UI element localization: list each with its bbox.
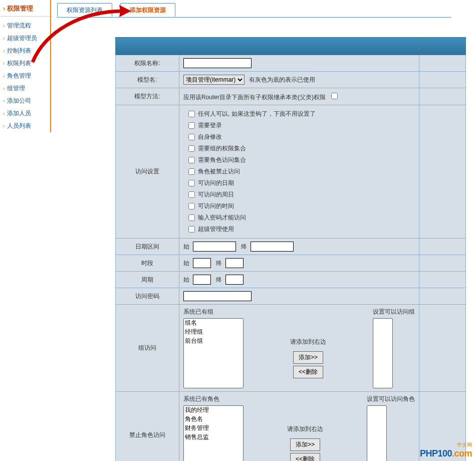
chevron-right-icon: › xyxy=(3,35,5,41)
access-option-label: 超级管理使用 xyxy=(198,225,234,233)
row-model-method: 模型方法: 应用该Router目录下面所有子权限继承本类(父类)权限 xyxy=(116,88,466,105)
sidebar-item-permission-list[interactable]: ›权限列表 xyxy=(3,57,50,70)
access-option: 需要登录 xyxy=(186,120,415,131)
tab-resource-list[interactable]: 权限资源列表 xyxy=(57,3,112,17)
group-add-button[interactable]: 添加>> xyxy=(293,351,323,364)
label-time-range: 时段 xyxy=(141,260,153,267)
sidebar-link[interactable]: 超级管理员 xyxy=(7,35,37,42)
sidebar-item-superadmin[interactable]: ›超级管理员 xyxy=(3,32,50,45)
row-access-password: 访问密码 xyxy=(116,288,466,305)
access-option-checkbox[interactable] xyxy=(188,214,195,221)
list-option[interactable]: 财务管理 xyxy=(184,424,243,433)
model-name-select[interactable]: 项目管理(itemmar) xyxy=(183,75,245,85)
time-end-label: 终 xyxy=(216,260,222,267)
model-method-text: 应用该Router目录下面所有子权限继承本类(父类)权限 xyxy=(183,94,326,101)
access-option-label: 输入密码才能访问 xyxy=(198,214,246,221)
access-option: 任何人可以, 如果这里钩了，下面不用设置了 xyxy=(186,108,415,120)
role-available-listbox[interactable]: 我的经理角色名财务管理销售总监 xyxy=(183,405,244,461)
sidebar-item-group-manage[interactable]: ›组管理 xyxy=(3,82,50,95)
access-option-checkbox[interactable] xyxy=(188,157,195,163)
list-option[interactable]: 角色名 xyxy=(184,415,243,424)
permission-name-input[interactable] xyxy=(183,58,252,68)
sidebar-item-role-manage[interactable]: ›角色管理 xyxy=(3,70,50,82)
role-add-button[interactable]: 添加>> xyxy=(290,438,320,451)
form-header-row xyxy=(116,38,466,55)
label-cycle: 周期 xyxy=(141,276,153,283)
cycle-end-input[interactable] xyxy=(225,275,244,285)
sidebar-item-add-person[interactable]: ›添加人员 xyxy=(3,107,50,120)
access-option: 自身修改 xyxy=(186,131,415,143)
label-date-range: 日期区间 xyxy=(135,243,159,250)
group-remove-button[interactable]: <<删除 xyxy=(293,366,323,378)
date-start-input[interactable] xyxy=(193,242,236,252)
sidebar-item-person-list[interactable]: ›人员列表 xyxy=(3,120,50,132)
access-option-checkbox[interactable] xyxy=(188,191,195,198)
sidebar-item-process[interactable]: ›管理流程 xyxy=(3,20,50,32)
access-option: 可访问的周日 xyxy=(186,189,415,200)
list-option[interactable]: 组名 xyxy=(184,319,243,328)
chevron-right-icon: › xyxy=(3,23,5,29)
access-option-checkbox[interactable] xyxy=(188,226,195,233)
access-option-label: 角色被禁止访问 xyxy=(198,168,240,175)
label-model-method: 模型方法: xyxy=(134,93,160,100)
access-option-label: 需要组的权限集合 xyxy=(198,145,246,152)
access-option-checkbox[interactable] xyxy=(188,180,195,186)
role-remove-button[interactable]: <<删除 xyxy=(290,453,320,461)
logo-main: PHP100 xyxy=(420,448,452,458)
sidebar-link[interactable]: 管理流程 xyxy=(7,22,31,29)
row-access-settings: 访问设置 任何人可以, 如果这里钩了，下面不用设置了需要登录自身修改需要组的权限… xyxy=(116,105,466,239)
label-access-settings: 访问设置 xyxy=(135,168,159,175)
role-selected-listbox[interactable] xyxy=(367,405,387,461)
sidebar-link[interactable]: 添加公司 xyxy=(7,97,31,104)
access-password-input[interactable] xyxy=(183,291,252,301)
cycle-start-label: 始 xyxy=(183,276,189,283)
tab-bar: 权限资源列表 添加权限资源 xyxy=(57,3,451,18)
time-end-input[interactable] xyxy=(225,258,244,268)
label-role-block: 禁止角色访问 xyxy=(129,431,165,438)
list-option[interactable]: 前台组 xyxy=(184,337,243,346)
group-available-listbox[interactable]: 组名经理组前台组 xyxy=(183,318,244,388)
label-permission-name: 权限名称: xyxy=(134,60,160,67)
role-hint: 请添加到右边 xyxy=(252,425,359,433)
date-end-label: 终 xyxy=(241,243,247,250)
sidebar-link[interactable]: 权限列表 xyxy=(7,60,31,67)
group-right-title: 设置可以访问组 xyxy=(373,308,415,316)
cycle-start-input[interactable] xyxy=(193,275,211,285)
access-option-checkbox[interactable] xyxy=(188,111,195,117)
access-option-checkbox[interactable] xyxy=(188,134,195,140)
model-method-checkbox[interactable] xyxy=(331,93,338,99)
sidebar-link[interactable]: 控制列表 xyxy=(7,47,31,54)
access-option-checkbox[interactable] xyxy=(188,203,195,209)
list-option[interactable]: 我的经理 xyxy=(184,406,243,415)
access-option-checkbox[interactable] xyxy=(188,122,195,129)
label-group-access: 组访问 xyxy=(138,344,156,351)
sidebar-title: 权限管理 xyxy=(7,5,33,12)
access-option-label: 可访问的周日 xyxy=(198,191,234,198)
chevron-right-icon: › xyxy=(3,48,5,54)
time-start-label: 始 xyxy=(183,260,189,267)
row-cycle: 周期 始 终 xyxy=(116,272,466,288)
cycle-end-label: 终 xyxy=(216,276,222,283)
sidebar-link[interactable]: 人员列表 xyxy=(7,122,31,129)
access-option-label: 可访问的日期 xyxy=(198,179,234,186)
sidebar-item-control-list[interactable]: ›控制列表 xyxy=(3,45,50,57)
access-option-checkbox[interactable] xyxy=(188,168,195,175)
chevron-right-icon: › xyxy=(3,73,5,79)
permission-form: 权限名称: 模型名: 项目管理(itemmar) 有灰色为底的表示已使用 xyxy=(115,37,466,461)
access-option-checkbox[interactable] xyxy=(188,145,195,152)
tab-add-resource[interactable]: 添加权限资源 xyxy=(120,3,175,17)
sidebar-link[interactable]: 角色管理 xyxy=(7,72,31,79)
date-end-input[interactable] xyxy=(251,242,294,252)
sidebar-link[interactable]: 组管理 xyxy=(7,85,25,92)
list-option[interactable]: 经理组 xyxy=(184,328,243,337)
role-left-title: 系统已有角色 xyxy=(183,395,244,403)
model-name-hint: 有灰色为底的表示已使用 xyxy=(249,76,315,83)
list-option[interactable]: 销售总监 xyxy=(184,433,243,442)
access-option: 可访问的日期 xyxy=(186,177,415,189)
time-start-input[interactable] xyxy=(193,258,211,268)
sidebar-item-add-company[interactable]: ›添加公司 xyxy=(3,95,50,107)
group-selected-listbox[interactable] xyxy=(373,318,393,388)
row-group-access: 组访问 系统已有组 组名经理组前台组 请添加到右边 添加>> xyxy=(116,305,466,392)
sidebar-link[interactable]: 添加人员 xyxy=(7,110,31,117)
access-option-label: 自身修改 xyxy=(198,133,222,140)
